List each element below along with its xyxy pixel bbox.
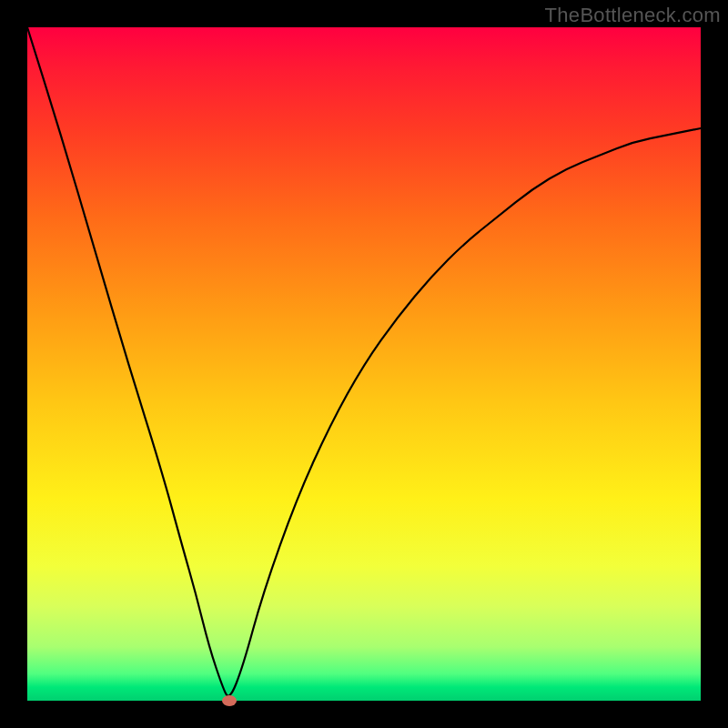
bottleneck-curve: [27, 27, 701, 701]
minimum-marker: [222, 695, 237, 706]
chart-frame: TheBottleneck.com: [0, 0, 728, 728]
plot-area: [27, 27, 701, 701]
watermark-text: TheBottleneck.com: [545, 4, 721, 27]
